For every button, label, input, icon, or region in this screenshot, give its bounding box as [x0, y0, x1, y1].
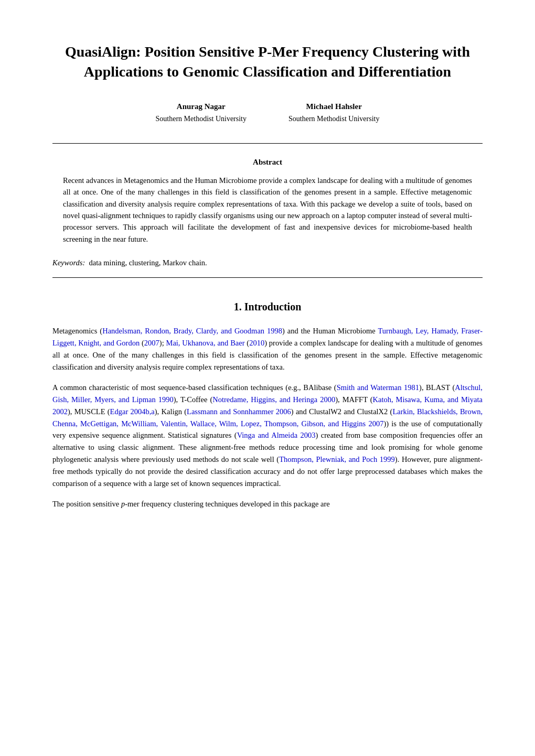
intro-paragraph-3: The position sensitive p-mer frequency c… [52, 498, 483, 510]
author-affiliation-1: Southern Methodist University [156, 113, 247, 124]
keywords-section: Keywords: data mining, clustering, Marko… [52, 257, 483, 269]
ref-notredame-2000[interactable]: Notredame, Higgins, and Heringa 2000 [212, 395, 335, 404]
title-section: QuasiAlign: Position Sensitive P-Mer Fre… [52, 42, 483, 82]
section-introduction: 1. Introduction Metagenomics (Handelsman… [52, 299, 483, 510]
ref-lassmann-2006[interactable]: Lassmann and Sonnhammer 2006 [187, 407, 291, 416]
ref-mai-2010[interactable]: Mai, Ukhanova, and Baer [166, 339, 245, 347]
ref-smith-1981[interactable]: Smith and Waterman 1981 [337, 383, 419, 392]
italic-p: p [121, 500, 125, 508]
intro-paragraph-1: Metagenomics (Handelsman, Rondon, Brady,… [52, 325, 483, 373]
ref-vinga-2003[interactable]: Vinga and Almeida 2003 [237, 431, 316, 439]
author-affiliation-2: Southern Methodist University [288, 113, 379, 124]
keywords-label: Keywords: [52, 258, 85, 267]
ref-thompson-1999[interactable]: Thompson, Plewniak, and Poch 1999 [279, 455, 395, 463]
ref-handelsman-1998[interactable]: Handelsman, Rondon, Brady, Clardy, and G… [102, 327, 282, 335]
main-title: QuasiAlign: Position Sensitive P-Mer Fre… [52, 42, 483, 82]
section-title-introduction: 1. Introduction [52, 299, 483, 315]
ref-edgar-2004[interactable]: Edgar 2004b,a [110, 407, 155, 416]
author-block-2: Michael Hahsler Southern Methodist Unive… [288, 101, 379, 125]
abstract-section: Abstract Recent advances in Metagenomics… [52, 156, 483, 245]
authors-section: Anurag Nagar Southern Methodist Universi… [52, 101, 483, 125]
abstract-text: Recent advances in Metagenomics and the … [63, 175, 472, 245]
ref-turnbaugh-2007-year[interactable]: 2007 [144, 339, 159, 347]
author-name-2: Michael Hahsler [288, 101, 379, 113]
intro-paragraph-2: A common characteristic of most sequence… [52, 382, 483, 490]
top-divider [52, 143, 483, 144]
author-name-1: Anurag Nagar [156, 101, 247, 113]
keywords-text: data mining, clustering, Markov chain. [87, 258, 207, 267]
author-block-1: Anurag Nagar Southern Methodist Universi… [156, 101, 247, 125]
ref-mai-2010-year[interactable]: 2010 [249, 339, 264, 347]
bottom-divider [52, 277, 483, 278]
abstract-title: Abstract [52, 156, 483, 168]
page: QuasiAlign: Position Sensitive P-Mer Fre… [0, 0, 535, 756]
